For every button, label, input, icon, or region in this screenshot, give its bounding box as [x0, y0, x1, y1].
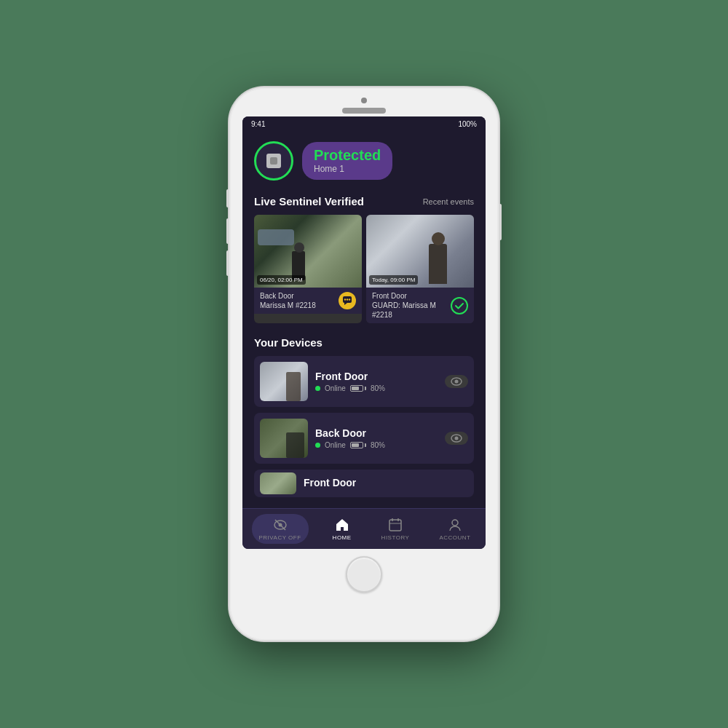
camera-timestamp-back: 06/20, 02:00 PM: [257, 275, 306, 285]
bottom-nav: PRIVACY OFF HOME: [242, 508, 486, 549]
device-info-front-door: Front Door Online 80%: [315, 371, 438, 392]
devices-title: Your Devices: [254, 336, 474, 349]
nav-item-history[interactable]: HISTORY: [376, 514, 416, 544]
camera-card-back[interactable]: 06/20, 02:00 PM Back Door Marissa M #221…: [254, 215, 362, 323]
home-icon-wrap: [334, 517, 350, 533]
device-thumb-img-front2: [260, 472, 296, 494]
speaker-grille: [342, 108, 386, 114]
svg-point-5: [347, 298, 348, 300]
camera-name-front: Front Door: [372, 291, 451, 301]
nav-label-privacy: PRIVACY OFF: [259, 534, 301, 541]
svg-rect-14: [389, 520, 401, 531]
shield-icon: [264, 151, 284, 171]
camera-timestamp-front: Today, 09:00 PM: [369, 275, 418, 285]
status-time: 9:41: [251, 120, 265, 128]
camera-card-front[interactable]: Today, 09:00 PM Front Door GUARD: Mariss…: [366, 215, 474, 323]
device-thumb-img-front: [260, 362, 308, 401]
battery-body-2: [350, 442, 363, 448]
camera-guard-back: Marissa M #2218: [260, 301, 316, 310]
chat-badge-back[interactable]: [339, 292, 356, 309]
person-silhouette: [286, 372, 301, 401]
camera-info-back: Back Door Marissa M #2218: [254, 288, 362, 314]
device-item-front-door[interactable]: Front Door Online 80%: [254, 356, 474, 407]
eye-icon-2: [451, 432, 462, 444]
nav-label-account: ACCOUNT: [439, 534, 470, 541]
chat-icon: [342, 296, 352, 306]
device-item-front-door-2[interactable]: Front Door: [254, 470, 474, 497]
device-toggle-front-door[interactable]: [445, 375, 468, 388]
devices-section: Your Devices Front Door Online: [242, 328, 486, 505]
online-label: Online: [325, 384, 346, 392]
device-name-front-door: Front Door: [315, 371, 438, 382]
status-battery: 100%: [458, 120, 477, 128]
check-icon: [454, 301, 464, 311]
device-name-front-door-2: Front Door: [304, 477, 468, 488]
protected-status: Protected: [314, 146, 381, 164]
online-indicator: [315, 386, 320, 391]
home-button[interactable]: [346, 556, 382, 593]
battery-fill-2: [352, 443, 359, 447]
device-status-front-door: Online 80%: [315, 384, 438, 392]
device-item-back-door[interactable]: Back Door Online 80%: [254, 413, 474, 464]
calendar-icon: [388, 518, 403, 532]
svg-point-10: [455, 437, 459, 440]
shield-icon-wrap: [254, 141, 293, 181]
sentinel-header: Live Sentinel Verified Recent events: [254, 195, 474, 207]
device-thumb-front-door-2: [260, 472, 296, 494]
svg-point-18: [452, 520, 458, 526]
svg-point-6: [349, 298, 350, 300]
nav-item-home[interactable]: HOME: [327, 514, 357, 544]
device-toggle-back-door[interactable]: [445, 432, 468, 445]
volume-down-button: [226, 250, 229, 276]
phone-shell: 9:41 100% Protected Home 1: [229, 87, 499, 641]
device-status-back-door: Online 80%: [315, 441, 438, 449]
online-indicator-2: [315, 443, 320, 448]
volume-up-button: [226, 218, 229, 244]
nav-label-home: HOME: [333, 534, 352, 541]
eye-off-icon: [274, 518, 287, 531]
device-thumb-img-back: [260, 419, 308, 458]
nav-label-history: HISTORY: [381, 534, 410, 541]
sentinel-section: Live Sentinel Verified Recent events 06/…: [242, 188, 486, 328]
person-silhouette-back: [286, 432, 304, 458]
nav-item-account[interactable]: ACCOUNT: [433, 514, 476, 544]
protected-card: Protected Home 1: [254, 141, 474, 181]
battery-fill: [352, 387, 359, 390]
nav-item-privacy[interactable]: PRIVACY OFF: [252, 514, 309, 544]
camera-grid: 06/20, 02:00 PM Back Door Marissa M #221…: [254, 215, 474, 323]
car-shape: [258, 229, 294, 245]
front-camera-dot: [361, 98, 367, 103]
device-info-front-door-2: Front Door: [304, 477, 468, 491]
home-icon: [335, 518, 349, 532]
verified-badge-front[interactable]: [451, 297, 468, 314]
battery-percent-2: 80%: [371, 441, 385, 449]
screen-content: Protected Home 1 Live Sentinel Verified …: [242, 131, 486, 508]
svg-point-8: [455, 380, 459, 384]
battery-body: [350, 385, 363, 392]
camera-info-front: Front Door GUARD: Marissa M #2218: [366, 288, 474, 323]
online-label-2: Online: [325, 441, 346, 449]
camera-thumb-front: Today, 09:00 PM: [366, 215, 474, 288]
mute-button: [226, 189, 229, 207]
power-button: [499, 204, 502, 240]
device-thumb-back-door: [260, 419, 308, 458]
person-icon: [448, 518, 462, 532]
recent-events-link[interactable]: Recent events: [423, 197, 474, 206]
svg-rect-1: [270, 157, 277, 165]
battery-icon: [350, 385, 366, 392]
battery-tip: [365, 387, 366, 390]
device-name-back-door: Back Door: [315, 427, 438, 439]
battery-icon-2: [350, 442, 366, 448]
camera-name-back: Back Door: [260, 291, 316, 301]
device-thumb-front-door: [260, 362, 308, 401]
account-icon-wrap: [447, 517, 463, 533]
camera-thumb-back: 06/20, 02:00 PM: [254, 215, 362, 288]
privacy-icon-wrap: [272, 517, 288, 533]
status-bar: 9:41 100%: [242, 116, 486, 131]
battery-percent: 80%: [371, 384, 385, 392]
history-icon-wrap: [387, 517, 403, 533]
device-info-back-door: Back Door Online 80%: [315, 427, 438, 449]
home-name: Home 1: [314, 164, 381, 174]
sentinel-title: Live Sentinel Verified: [254, 195, 364, 207]
protected-badge[interactable]: Protected Home 1: [302, 142, 392, 180]
